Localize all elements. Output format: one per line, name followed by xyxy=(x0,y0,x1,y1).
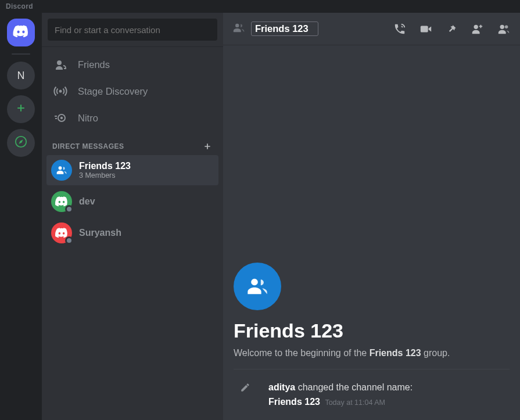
svg-point-5 xyxy=(474,24,478,28)
svg-point-3 xyxy=(60,117,63,119)
svg-point-6 xyxy=(500,24,504,28)
conversation-search-input[interactable] xyxy=(48,19,217,41)
dm-item-group[interactable]: Friends 123 3 Members xyxy=(46,155,218,185)
member-list-button[interactable] xyxy=(497,23,511,35)
pinned-messages-button[interactable] xyxy=(446,23,457,35)
dm-subtitle: 3 Members xyxy=(79,171,131,180)
welcome-subtitle: Welcome to the beginning of the Friends … xyxy=(234,348,510,358)
nav-label: Nitro xyxy=(78,113,98,124)
dm-item-user[interactable]: dev xyxy=(46,186,218,217)
system-message: aditya changed the channel name: Friends… xyxy=(234,380,510,410)
svg-point-7 xyxy=(505,25,508,28)
discord-logo-icon xyxy=(13,25,29,40)
nav-nitro[interactable]: Nitro xyxy=(46,105,218,131)
system-timestamp: Today at 11:04 AM xyxy=(325,399,385,407)
rail-separator xyxy=(12,53,30,55)
start-voice-call-button[interactable] xyxy=(393,23,406,35)
explore-servers-button[interactable] xyxy=(7,129,35,157)
dm-name: Suryansh xyxy=(79,227,121,238)
server-item[interactable]: N xyxy=(7,62,35,89)
status-offline-icon xyxy=(65,205,73,213)
stage-icon xyxy=(53,84,67,98)
add-server-button[interactable] xyxy=(7,95,35,123)
user-avatar xyxy=(51,191,72,212)
server-initial: N xyxy=(17,70,25,82)
channel-name-input[interactable] xyxy=(251,21,318,36)
chat-header xyxy=(223,13,520,45)
group-avatar xyxy=(51,160,72,181)
svg-point-1 xyxy=(59,90,62,93)
dm-section-heading: DIRECT MESSAGES xyxy=(52,142,124,150)
group-at-icon xyxy=(232,21,245,37)
create-dm-button[interactable] xyxy=(202,141,213,152)
welcome-group-avatar xyxy=(234,263,281,310)
home-button[interactable] xyxy=(7,19,35,46)
svg-rect-4 xyxy=(421,26,428,32)
system-actor: aditya xyxy=(268,382,295,392)
system-action: changed the channel name: xyxy=(295,382,413,392)
user-avatar xyxy=(51,222,72,243)
dm-item-user[interactable]: Suryansh xyxy=(46,218,218,248)
add-friends-to-dm-button[interactable] xyxy=(470,23,484,35)
dm-name: dev xyxy=(79,196,95,207)
nav-stage-discovery[interactable]: Stage Discovery xyxy=(46,78,218,104)
divider xyxy=(234,369,510,369)
start-video-call-button[interactable] xyxy=(419,23,433,35)
friends-icon xyxy=(53,58,67,71)
server-rail: N xyxy=(0,13,42,420)
welcome-title: Friends 123 xyxy=(234,320,510,342)
pencil-icon xyxy=(234,380,257,393)
app-name: Discord xyxy=(6,2,33,10)
compass-icon xyxy=(15,135,27,150)
dm-sidebar: Friends Stage Discovery Nitro DIRECT MES… xyxy=(42,13,223,420)
status-offline-icon xyxy=(65,236,73,245)
dm-name: Friends 123 xyxy=(79,160,131,171)
system-new-name: Friends 123 xyxy=(268,397,320,407)
plus-icon xyxy=(15,102,27,116)
nav-label: Stage Discovery xyxy=(78,86,148,97)
chat-area: Friends 123 Welcome to the beginning of … xyxy=(223,13,520,420)
nav-friends[interactable]: Friends xyxy=(46,52,218,77)
nav-label: Friends xyxy=(78,59,110,70)
titlebar: Discord xyxy=(0,0,520,13)
nitro-icon xyxy=(53,111,67,125)
